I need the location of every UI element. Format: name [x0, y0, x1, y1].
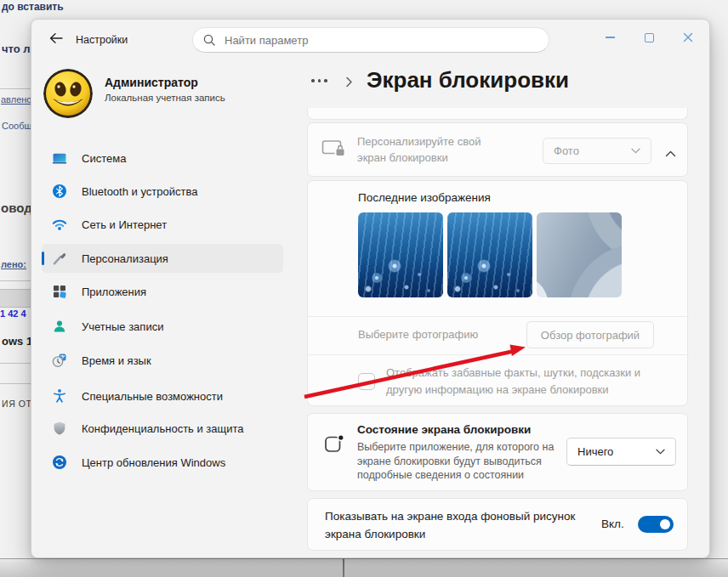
close-icon [683, 32, 693, 42]
status-card-description: Выберите приложение, для которого на экр… [357, 440, 554, 483]
sidebar-item-time-language[interactable]: Время и язык [42, 346, 283, 375]
thumbnail-ocean-1[interactable] [358, 212, 443, 297]
fun-facts-checkbox[interactable] [358, 373, 375, 390]
browse-photos-button[interactable]: Обзор фотографий [526, 321, 654, 348]
avatar [43, 69, 93, 118]
bg-text-fragment: что л [2, 42, 31, 55]
thumbnail-bloom[interactable] [537, 212, 622, 297]
sidebar-item-label: Центр обновления Windows [82, 456, 225, 469]
minimize-button[interactable] [590, 26, 629, 48]
bg-text-fragment: Сообщ [2, 121, 32, 131]
sidebar-item-label: Специальные возможности [82, 390, 223, 403]
sidebar-item-label: Время и язык [82, 354, 151, 367]
settings-window: Настройки Админи [31, 19, 710, 558]
clock-globe-icon [52, 353, 67, 368]
sidebar-item-label: Bluetooth и устройства [82, 185, 197, 198]
sidebar-item-personalization[interactable]: Персонализация [42, 244, 283, 273]
thumbnail-ocean-2[interactable] [447, 212, 532, 297]
monitor-lock-icon [321, 139, 347, 164]
sidebar-item-windows-update[interactable]: Центр обновления Windows [42, 448, 283, 477]
previous-card-fragment [307, 108, 688, 120]
profile-info: Администратор Локальная учетная запись [105, 74, 225, 105]
sidebar-item-accounts[interactable]: Учетные записи [42, 312, 283, 341]
accessibility-person-icon [52, 388, 67, 404]
system-icon [52, 150, 67, 166]
signin-background-toggle[interactable] [638, 516, 674, 533]
sidebar-item-system[interactable]: Система [42, 144, 283, 173]
chevron-down-icon [631, 148, 640, 154]
divider [308, 354, 689, 355]
arrow-left-icon [49, 32, 63, 44]
choose-photo-label: Выберите фотографию [358, 328, 478, 341]
signin-background-card: Показывать на экране входа фоновый рисун… [307, 498, 688, 551]
apps-grid-icon [52, 284, 67, 299]
profile-name: Администратор [105, 74, 225, 91]
bg-bottom-band [0, 558, 728, 577]
toggle-knob [660, 519, 670, 529]
divider [308, 316, 689, 317]
search-box[interactable] [192, 27, 549, 53]
screen: до вставить что л авлено Сообщ овод лено… [0, 0, 728, 577]
bg-divider [0, 383, 32, 384]
search-icon [203, 34, 215, 46]
sidebar-item-label: Приложения [82, 286, 146, 298]
fun-facts-label: Отображать забавные факты, шутки, подска… [386, 365, 640, 399]
personalize-card: Персонализируйте свой экран блокировки Ф… [307, 122, 688, 177]
gallery-card: Последние изображения Выберите фотографи… [307, 180, 688, 406]
sidebar-item-label: Персонализация [82, 252, 168, 265]
sidebar-item-label: Учетные записи [82, 320, 163, 333]
background-type-dropdown[interactable]: Фото [543, 138, 651, 164]
sidebar-item-label: Система [82, 152, 126, 165]
maximize-icon [645, 33, 654, 42]
sidebar-item-network[interactable]: Сеть и Интернет [42, 210, 283, 239]
bluetooth-icon [52, 184, 67, 199]
profile-account-type: Локальная учетная запись [105, 91, 225, 105]
window-controls [590, 26, 708, 48]
sidebar-item-label: Конфиденциальность и защита [82, 422, 244, 435]
wifi-icon [52, 217, 67, 232]
back-button[interactable] [47, 30, 65, 47]
signin-background-label: Показывать на экране входа фоновый рисун… [325, 507, 575, 543]
shield-icon [52, 421, 67, 436]
bg-vertical-line [343, 558, 344, 577]
selection-accent-bar [42, 252, 44, 265]
status-card: Состояние экрана блокировки Выберите при… [307, 413, 688, 491]
toggle-state-label: Вкл. [601, 518, 624, 530]
chevron-right-icon [345, 76, 353, 91]
close-button[interactable] [668, 26, 708, 48]
app-title: Настройки [76, 34, 128, 46]
collapse-expander[interactable] [665, 145, 676, 161]
bg-divider [0, 88, 31, 89]
search-input[interactable] [223, 33, 515, 48]
bg-text-fragment: овод [1, 201, 32, 215]
bg-gray-band [0, 289, 31, 308]
update-arrows-icon [52, 455, 67, 470]
page-title: Экран блокировки [367, 67, 569, 93]
chevron-up-icon [665, 150, 676, 157]
minimize-icon [606, 37, 615, 38]
personalize-label: Персонализируйте свой экран блокировки [357, 133, 481, 166]
person-icon [52, 319, 67, 334]
sidebar-item-apps[interactable]: Приложения [42, 277, 283, 306]
app-frame-dot-icon [324, 433, 345, 458]
bg-text-fragment: ows 1 [2, 335, 32, 348]
bg-text-fragment: до вставить [2, 1, 64, 13]
sidebar-item-label: Сеть и Интернет [82, 218, 167, 231]
maximize-button[interactable] [629, 26, 668, 48]
bg-link-fragment: лено: [1, 259, 26, 269]
bg-divider [0, 363, 32, 364]
paintbrush-icon [52, 251, 67, 266]
status-card-title: Состояние экрана блокировки [357, 423, 531, 436]
breadcrumb-more-button[interactable] [311, 79, 327, 82]
recent-images-label: Последние изображения [358, 191, 491, 204]
bg-link-fragment: авлено [1, 94, 31, 105]
status-app-dropdown[interactable]: Ничего [566, 438, 676, 466]
sidebar-item-privacy[interactable]: Конфиденциальность и защита [42, 414, 283, 443]
bg-link-fragment: 1 42 4 [0, 308, 26, 319]
chevron-down-icon [656, 449, 665, 455]
sidebar-item-accessibility[interactable]: Специальные возможности [42, 382, 283, 410]
sidebar-item-bluetooth[interactable]: Bluetooth и устройства [42, 177, 283, 206]
bg-divider [0, 280, 31, 281]
